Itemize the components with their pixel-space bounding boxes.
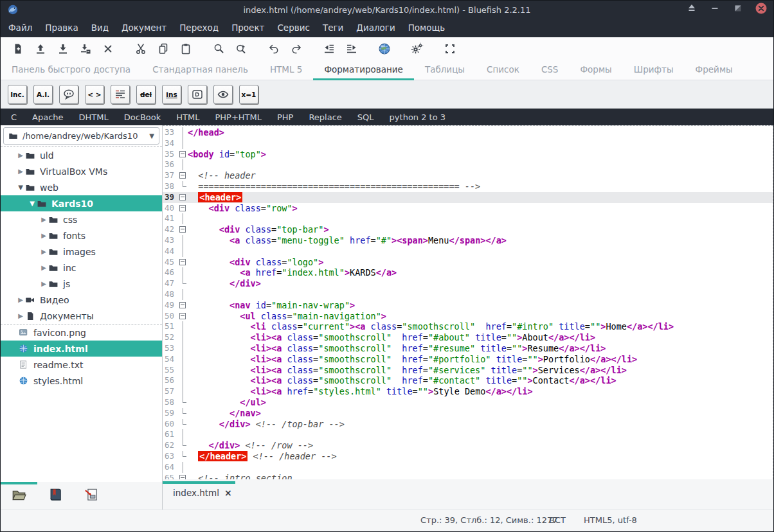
fold-toggle-icon[interactable] [178,311,188,322]
menu-9[interactable]: Диалоги [350,19,401,37]
document-tab-index-html[interactable]: index.html × [173,488,232,498]
toolbar-tab[interactable]: Формы [569,60,622,80]
code-editor[interactable]: 33</head>3435<body id="top">3637 <!-- he… [163,125,773,479]
toolbar-tab[interactable]: Панель быстрого доступа [1,60,141,80]
shade-button[interactable] [685,4,698,16]
expand-arrow-icon[interactable]: ▶ [16,312,25,319]
minimize-button[interactable] [708,4,721,16]
tree-row-fonts[interactable]: ▶fonts [1,227,162,244]
toolbar-tab[interactable]: Список [476,60,530,80]
ins-button[interactable]: ins [162,85,181,104]
save-button[interactable] [54,40,71,58]
toolbar-tab[interactable]: Фреймы [685,60,744,80]
tree-row-kards10[interactable]: ▼Kards10 [1,195,162,211]
language-item[interactable]: DocBook [116,112,168,122]
unindent-button[interactable] [320,40,338,58]
expand-arrow-icon[interactable]: ▶ [16,296,25,303]
tree-row-virtualbox-vms[interactable]: ▶VirtualBox VMs [1,163,162,179]
menu-6[interactable]: Проект [225,19,271,37]
fold-toggle-icon[interactable] [178,203,188,214]
incremental-button[interactable]: Inc. [8,85,27,104]
keyboard-button[interactable] [188,85,207,104]
paste-button[interactable] [177,40,194,58]
expand-arrow-icon[interactable]: ▶ [16,152,25,159]
menu-3[interactable]: Вид [85,19,115,37]
fold-toggle-icon[interactable] [178,300,188,311]
collapse-arrow-icon[interactable]: ▼ [28,200,37,207]
language-item[interactable]: PHP+HTML [207,112,269,122]
toolbar-tab[interactable]: CSS [530,60,570,80]
code-button[interactable]: < > [85,85,104,104]
toolbar-tab[interactable]: Шрифты [623,60,685,80]
tree-row-документы[interactable]: ▶Документы [1,308,162,324]
fold-toggle-icon[interactable] [178,192,188,203]
file-row-index-html[interactable]: index.html [1,341,162,357]
word-list-button[interactable] [111,85,130,104]
language-item[interactable]: python 2 to 3 [382,112,453,122]
toolbar-tab[interactable]: Стандартная панель [141,60,259,80]
cut-button[interactable] [132,40,149,58]
close-button[interactable] [755,4,767,16]
collapse-arrow-icon[interactable]: ▼ [16,184,25,191]
expand-arrow-icon[interactable]: ▶ [39,264,48,271]
tree-row-js[interactable]: ▶js [1,276,162,292]
fold-toggle-icon[interactable] [178,170,188,181]
del-button[interactable]: del [136,85,156,104]
file-row-styles-html[interactable]: styles.html [1,373,162,389]
file-row-favicon-png[interactable]: favicon.png [1,324,162,341]
redo-button[interactable] [287,40,305,58]
fold-toggle-icon[interactable] [178,473,188,480]
tree-row-web[interactable]: ▼web [1,179,162,195]
menu-2[interactable]: Правка [39,19,84,37]
language-item[interactable]: PHP [269,112,301,122]
menu-1[interactable]: Файл [2,19,39,37]
language-item[interactable]: SQL [350,112,382,122]
preview-browser-button[interactable] [375,40,393,58]
copy-button[interactable] [154,40,172,58]
sample-button[interactable]: x=1 [239,85,258,104]
tree-row-images[interactable]: ▶images [1,244,162,260]
language-item[interactable]: Replace [301,112,349,122]
fold-toggle-icon[interactable] [178,149,188,160]
expand-arrow-icon[interactable]: ▶ [39,232,48,239]
fullscreen-button[interactable] [441,40,458,58]
tree-row-видео[interactable]: ▶Видео [1,292,162,308]
open-button[interactable] [32,40,49,58]
fold-toggle-icon[interactable] [178,257,188,268]
language-item[interactable]: C [3,112,24,122]
titlebar[interactable]: index.html (/home/andrey/web/Kards10/ind… [1,1,773,19]
expand-arrow-icon[interactable]: ▶ [39,216,48,223]
toolbar-tab[interactable]: Таблицы [414,60,476,80]
language-item[interactable]: Apache [24,112,71,122]
close-icon[interactable]: × [224,488,232,497]
maximize-button[interactable] [732,4,744,16]
toolbar-tab[interactable]: Форматирование [313,60,414,80]
file-row-readme-txt[interactable]: readme.txt [1,357,162,373]
save-as-button[interactable] [76,40,94,58]
expand-arrow-icon[interactable]: ▶ [39,248,48,255]
indent-button[interactable] [343,40,360,58]
menu-4[interactable]: Документ [115,19,173,37]
snippets-panel-button[interactable] [83,486,99,502]
fold-toggle-icon[interactable] [178,224,188,235]
new-document-button[interactable] [9,40,26,58]
variable-button[interactable] [213,85,233,104]
find-button[interactable] [210,40,227,58]
undo-button[interactable] [265,40,282,58]
find-replace-button[interactable] [232,40,249,58]
tree-row-inc[interactable]: ▶inc [1,260,162,276]
menu-8[interactable]: Теги [316,19,350,37]
bookmarks-panel-button[interactable] [47,486,63,502]
tree-row-css[interactable]: ▶css [1,211,162,227]
menu-10[interactable]: Помощь [402,19,452,37]
language-item[interactable]: HTML [168,112,207,122]
abbreviation-button[interactable]: A.I. [33,85,53,104]
toolbar-tab[interactable]: HTML 5 [259,60,313,80]
expand-arrow-icon[interactable]: ▶ [16,168,25,175]
preferences-button[interactable] [408,40,426,58]
file-browser-panel-button[interactable] [11,486,27,502]
expand-arrow-icon[interactable]: ▶ [39,280,48,287]
directory-selector[interactable]: /home/andrey/web/Kards10 ▼ [3,127,159,145]
menu-5[interactable]: Переход [173,19,225,37]
menu-7[interactable]: Сервис [271,19,316,37]
